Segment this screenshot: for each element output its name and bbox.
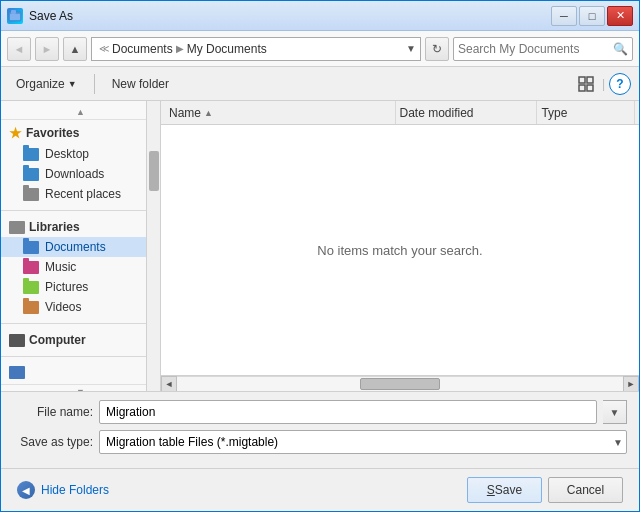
network-icon bbox=[9, 366, 25, 379]
hide-folders-button[interactable]: Hide Folders bbox=[41, 483, 109, 497]
view-button[interactable] bbox=[574, 72, 598, 96]
sidebar-computer-section: Computer bbox=[1, 328, 160, 352]
sidebar-computer-header[interactable]: Computer bbox=[1, 330, 160, 350]
path-arrow-icon: ▶ bbox=[176, 43, 184, 54]
save-button[interactable]: SSave bbox=[467, 477, 542, 503]
address-path[interactable]: ≪ Documents ▶ My Documents ▼ bbox=[91, 37, 421, 61]
empty-message: No items match your search. bbox=[317, 243, 482, 258]
help-button[interactable]: ? bbox=[609, 73, 631, 95]
back-button[interactable]: ◄ bbox=[7, 37, 31, 61]
sidebar-item-recent-places[interactable]: Recent places bbox=[1, 184, 160, 204]
dialog-title: Save As bbox=[29, 9, 73, 23]
sidebar-item-videos[interactable]: Videos bbox=[1, 297, 160, 317]
svg-rect-3 bbox=[579, 77, 585, 83]
save-type-row: Save as type: Migration table Files (*.m… bbox=[13, 430, 627, 454]
desktop-label: Desktop bbox=[45, 147, 89, 161]
address-bar: ◄ ► ▲ ≪ Documents ▶ My Documents ▼ ↻ 🔍 bbox=[1, 31, 639, 67]
title-bar-controls: ─ □ ✕ bbox=[551, 6, 633, 26]
col-name-label: Name bbox=[169, 106, 201, 120]
sidebar-scroll-down[interactable]: ▼ bbox=[1, 384, 160, 391]
music-folder-icon bbox=[23, 261, 39, 274]
sidebar-libraries-section: Libraries Documents Music bbox=[1, 215, 160, 319]
close-button[interactable]: ✕ bbox=[607, 6, 633, 26]
documents-label: Documents bbox=[45, 240, 106, 254]
path-part-my-documents[interactable]: My Documents bbox=[187, 42, 267, 56]
file-name-input[interactable] bbox=[99, 400, 597, 424]
file-area: Name ▲ Date modified Type No items match… bbox=[161, 101, 639, 391]
new-folder-button[interactable]: New folder bbox=[105, 73, 176, 95]
file-list: No items match your search. bbox=[161, 125, 639, 375]
desktop-folder-icon bbox=[23, 148, 39, 161]
downloads-folder-icon bbox=[23, 168, 39, 181]
app-icon bbox=[7, 8, 23, 24]
up-button[interactable]: ▲ bbox=[63, 37, 87, 61]
bottom-form: File name: ▼ Save as type: Migration tab… bbox=[1, 391, 639, 468]
title-bar: Save As ─ □ ✕ bbox=[1, 1, 639, 31]
sidebar-libraries-header[interactable]: Libraries bbox=[1, 217, 160, 237]
libraries-label: Libraries bbox=[29, 220, 80, 234]
sidebar-item-pictures[interactable]: Pictures bbox=[1, 277, 160, 297]
maximize-button[interactable]: □ bbox=[579, 6, 605, 26]
organize-button[interactable]: Organize ▼ bbox=[9, 73, 84, 95]
sidebar-favorites-header[interactable]: ★ Favorites bbox=[1, 122, 160, 144]
svg-rect-1 bbox=[11, 10, 16, 14]
path-part-documents[interactable]: Documents bbox=[112, 42, 173, 56]
save-as-dialog: Save As ─ □ ✕ ◄ ► ▲ ≪ Documents ▶ My Doc… bbox=[0, 0, 640, 512]
file-name-dropdown-button[interactable]: ▼ bbox=[603, 400, 627, 424]
col-header-date[interactable]: Date modified bbox=[396, 101, 538, 124]
svg-rect-6 bbox=[587, 85, 593, 91]
toolbar-separator bbox=[94, 74, 95, 94]
recent-folder-icon bbox=[23, 188, 39, 201]
documents-folder-icon bbox=[23, 241, 39, 254]
sidebar-item-desktop[interactable]: Desktop bbox=[1, 144, 160, 164]
sidebar-item-music[interactable]: Music bbox=[1, 257, 160, 277]
hide-folders-row: ◀ Hide Folders bbox=[9, 477, 117, 503]
save-as-type-select[interactable]: Migration table Files (*.migtable) bbox=[99, 430, 627, 454]
svg-rect-4 bbox=[587, 77, 593, 83]
toolbar-right: | ? bbox=[574, 72, 631, 96]
col-date-label: Date modified bbox=[400, 106, 474, 120]
bottom-bar: ◀ Hide Folders SSave Cancel bbox=[1, 468, 639, 511]
pictures-folder-icon bbox=[23, 281, 39, 294]
sidebar-scroll-up[interactable]: ▲ bbox=[1, 105, 160, 120]
sidebar: ▲ ★ Favorites Desktop D bbox=[1, 101, 161, 391]
path-separator-icon: ≪ bbox=[99, 43, 109, 54]
hscroll-left-button[interactable]: ◄ bbox=[161, 376, 177, 392]
cancel-button[interactable]: Cancel bbox=[548, 477, 623, 503]
sidebar-network-header[interactable] bbox=[1, 363, 160, 382]
horizontal-scrollbar[interactable]: ◄ ► bbox=[161, 375, 639, 391]
cancel-label: Cancel bbox=[567, 483, 604, 497]
videos-label: Videos bbox=[45, 300, 81, 314]
hscroll-right-button[interactable]: ► bbox=[623, 376, 639, 392]
col-header-name[interactable]: Name ▲ bbox=[165, 101, 396, 124]
sidebar-divider-2 bbox=[1, 323, 160, 324]
computer-icon bbox=[9, 334, 25, 347]
hscroll-track[interactable] bbox=[177, 376, 623, 391]
organize-caret-icon: ▼ bbox=[68, 79, 77, 89]
computer-label: Computer bbox=[29, 333, 86, 347]
sidebar-divider-1 bbox=[1, 210, 160, 211]
music-label: Music bbox=[45, 260, 76, 274]
col-header-type[interactable]: Type bbox=[537, 101, 635, 124]
star-icon: ★ bbox=[9, 125, 22, 141]
minimize-button[interactable]: ─ bbox=[551, 6, 577, 26]
file-header: Name ▲ Date modified Type bbox=[161, 101, 639, 125]
path-dropdown-icon[interactable]: ▼ bbox=[406, 43, 416, 54]
downloads-label: Downloads bbox=[45, 167, 104, 181]
save-type-select-wrap: Migration table Files (*.migtable) ▼ bbox=[99, 430, 627, 454]
refresh-button[interactable]: ↻ bbox=[425, 37, 449, 61]
action-buttons: SSave Cancel bbox=[467, 473, 631, 507]
forward-button[interactable]: ► bbox=[35, 37, 59, 61]
search-input[interactable] bbox=[458, 42, 613, 56]
new-folder-label: New folder bbox=[112, 77, 169, 91]
search-box[interactable]: 🔍 bbox=[453, 37, 633, 61]
sidebar-item-documents[interactable]: Documents bbox=[1, 237, 160, 257]
col-type-label: Type bbox=[541, 106, 567, 120]
sidebar-scrollbar[interactable] bbox=[146, 101, 160, 391]
svg-rect-2 bbox=[10, 14, 20, 20]
hscroll-thumb bbox=[360, 378, 440, 390]
search-icon: 🔍 bbox=[613, 42, 628, 56]
sidebar-scroll-thumb bbox=[149, 151, 159, 191]
view-separator: | bbox=[602, 77, 605, 91]
sidebar-item-downloads[interactable]: Downloads bbox=[1, 164, 160, 184]
